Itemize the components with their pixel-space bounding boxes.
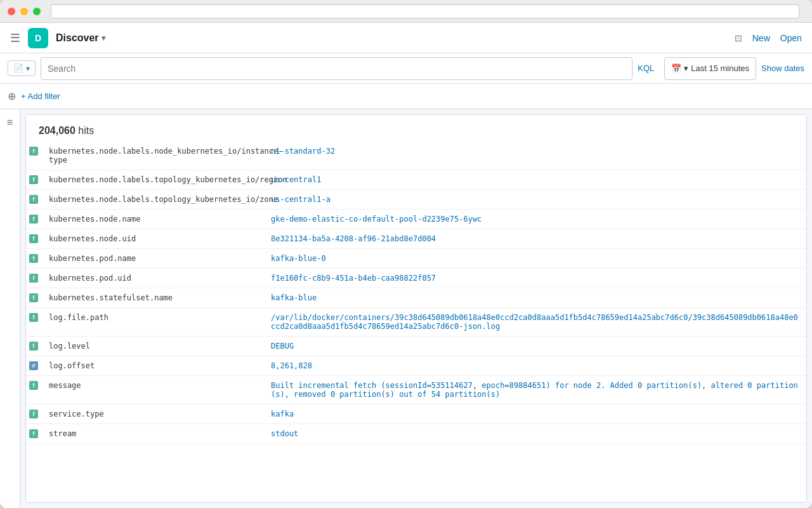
field-value-link[interactable]: kafka-blue-0 [271, 254, 326, 263]
type-field-badge: f [29, 274, 38, 283]
table-row: fmessageBuilt incremental fetch (session… [26, 376, 806, 404]
index-pattern-icon: 📄 [13, 64, 23, 73]
header-right: ⊡ New Open [735, 33, 802, 43]
table-row: fkubernetes.pod.namekafka-blue-0 [26, 249, 806, 269]
table-row: fkubernetes.pod.uidf1e160fc-c8b9-451a-b4… [26, 269, 806, 288]
sidebar-toggle-icon: ≡ [7, 117, 13, 508]
field-value[interactable]: 8e321134-ba5a-4208-af96-21abd8e7d004 [263, 229, 806, 248]
field-value-link[interactable]: DEBUG [271, 342, 294, 351]
chevron-down-icon: ▾ [102, 34, 105, 43]
field-value[interactable]: kafka-blue-0 [263, 249, 806, 268]
field-name: kubernetes.node.labels.topology_kubernet… [41, 190, 263, 209]
time-picker[interactable]: 📅 ▾ Last 15 minutes [664, 57, 756, 80]
field-value-link[interactable]: /var/lib/docker/containers/39c38d645089d… [271, 313, 798, 331]
field-value[interactable]: stdout [263, 424, 806, 443]
field-value-link[interactable]: 8e321134-ba5a-4208-af96-21abd8e7d004 [271, 234, 436, 243]
sidebar-toggle[interactable]: ≡ [0, 109, 20, 508]
type-field-badge: f [29, 175, 38, 184]
field-value[interactable]: f1e160fc-c8b9-451a-b4eb-caa98822f057 [263, 269, 806, 288]
field-value[interactable]: DEBUG [263, 337, 806, 356]
field-value[interactable]: Built incremental fetch (sessionId=53511… [263, 376, 806, 404]
table-row: fkubernetes.node.namegke-demo-elastic-co… [26, 210, 806, 229]
type-number-badge: # [29, 361, 38, 370]
field-value-link[interactable]: stdout [271, 429, 298, 438]
type-field-badge: f [29, 313, 38, 322]
filter-options-icon[interactable]: ⊕ [8, 90, 16, 102]
title-bar [0, 0, 812, 23]
field-name: log.offset [41, 356, 263, 375]
add-filter-button[interactable]: + Add filter [21, 91, 60, 101]
field-value-link[interactable]: f1e160fc-c8b9-451a-b4eb-caa98822f057 [271, 274, 436, 283]
field-name: kubernetes.node.labels.topology_kubernet… [41, 170, 263, 189]
browser-window: ☰ D Discover ▾ ⊡ New Open 📄 ▾ KQL 📅 ▾ La… [0, 0, 812, 508]
open-button[interactable]: Open [780, 33, 802, 43]
table-row: #log.offset8,261,828 [26, 356, 806, 376]
field-value[interactable]: gke-demo-elastic-co-default-pool-d2239e7… [263, 210, 806, 229]
field-name: log.file.path [41, 308, 263, 327]
new-button[interactable]: New [752, 33, 770, 43]
field-value-link[interactable]: n1-standard-32 [271, 147, 335, 156]
table-row: fkubernetes.statefulset.namekafka-blue [26, 288, 806, 308]
type-field-badge: f [29, 429, 38, 438]
content-panel: 204,060 hits fkubernetes.node.labels.nod… [25, 114, 807, 503]
share-icon[interactable]: ⊡ [735, 33, 742, 43]
field-name: kubernetes.node.name [41, 210, 263, 229]
maximize-button[interactable] [33, 8, 41, 15]
type-field-badge: f [29, 410, 38, 418]
calendar-icon: 📅 [671, 64, 681, 73]
type-field-badge: f [29, 342, 38, 351]
table-row: flog.levelDEBUG [26, 337, 806, 356]
app-header: ☰ D Discover ▾ ⊡ New Open [0, 23, 812, 53]
field-value[interactable]: us-central1 [263, 170, 806, 189]
field-value-link[interactable]: 8,261,828 [271, 361, 312, 370]
filter-row: ⊕ + Add filter [0, 84, 812, 109]
field-value-link[interactable]: gke-demo-elastic-co-default-pool-d2239e7… [271, 215, 481, 224]
close-button[interactable] [8, 8, 15, 15]
data-rows-container: fkubernetes.node.labels.node_kubernetes_… [26, 142, 806, 444]
search-input[interactable] [48, 64, 625, 74]
app-title-text: Discover [56, 32, 99, 44]
type-field-badge: f [29, 215, 38, 224]
type-field-badge: f [29, 234, 38, 243]
kql-button[interactable]: KQL [638, 64, 654, 73]
type-field-badge: f [29, 195, 38, 204]
field-name: message [41, 376, 263, 395]
field-value-link[interactable]: kafka-blue [271, 293, 317, 302]
field-value-link[interactable]: us-central1 [271, 175, 321, 184]
field-value[interactable]: us-central1-a [263, 190, 806, 209]
chevron-down-icon: ▾ [684, 64, 688, 73]
field-name: kubernetes.pod.uid [41, 269, 263, 288]
show-dates-button[interactable]: Show dates [761, 64, 804, 73]
table-row: fservice.typekafka [26, 404, 806, 424]
field-value[interactable]: n1-standard-32 [263, 142, 806, 161]
field-name: log.level [41, 337, 263, 356]
table-row: flog.file.path/var/lib/docker/containers… [26, 308, 806, 337]
table-row: fkubernetes.node.labels.topology_kuberne… [26, 170, 806, 190]
time-range-label: Last 15 minutes [691, 64, 749, 73]
hits-count: 204,060 hits [26, 115, 806, 142]
field-value-link[interactable]: kafka [271, 410, 294, 418]
field-value[interactable]: /var/lib/docker/containers/39c38d645089d… [263, 308, 806, 336]
minimize-button[interactable] [20, 8, 28, 15]
type-field-badge: f [29, 254, 38, 263]
field-name: kubernetes.statefulset.name [41, 288, 263, 307]
table-row: fkubernetes.node.uid8e321134-ba5a-4208-a… [26, 229, 806, 249]
app-title[interactable]: Discover ▾ [56, 32, 105, 44]
main-content: ≡ 204,060 hits fkubernetes.node.labels.n… [0, 109, 812, 508]
field-name: kubernetes.node.uid [41, 229, 263, 248]
url-bar[interactable] [51, 4, 799, 18]
field-value[interactable]: 8,261,828 [263, 356, 806, 375]
type-field-badge: f [29, 147, 38, 156]
table-row: fstreamstdout [26, 424, 806, 444]
type-field-badge: f [29, 293, 38, 302]
field-name: stream [41, 424, 263, 443]
table-row: fkubernetes.node.labels.node_kubernetes_… [26, 142, 806, 170]
search-bar: 📄 ▾ KQL 📅 ▾ Last 15 minutes Show dates [0, 53, 812, 84]
field-value[interactable]: kafka [263, 404, 806, 424]
field-value-link[interactable]: us-central1-a [271, 195, 331, 204]
index-pattern-button[interactable]: 📄 ▾ [8, 60, 36, 76]
field-value-link[interactable]: Built incremental fetch (sessionId=53511… [271, 381, 798, 399]
field-name: kubernetes.node.labels.node_kubernetes_i… [41, 142, 263, 170]
field-value[interactable]: kafka-blue [263, 288, 806, 307]
hamburger-icon[interactable]: ☰ [10, 31, 20, 45]
